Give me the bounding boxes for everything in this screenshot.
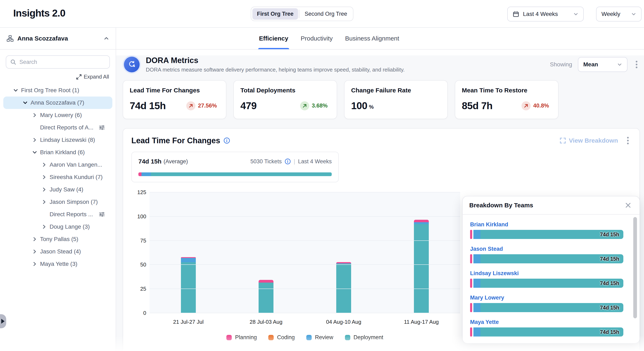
trend-up-icon — [522, 101, 530, 110]
tree-item-jason-simpson-7[interactable]: Jason Simpson (7) — [0, 196, 116, 208]
y-tick-label: 0 — [131, 310, 146, 316]
average-phase-bar — [138, 172, 332, 176]
tree-item-sireesha-kunduri-7[interactable]: Sireesha Kunduri (7) — [0, 171, 116, 183]
team-row-jason-stead: Jason Stead74d 15h — [470, 245, 632, 263]
info-icon[interactable] — [224, 137, 230, 144]
aggregation-select[interactable]: Mean — [578, 57, 628, 72]
filter-icon[interactable] — [99, 124, 105, 131]
tree-item-judy-saw-4[interactable]: Judy Saw (4) — [0, 183, 116, 196]
legend-item-review: Review — [306, 334, 333, 341]
team-name-link[interactable]: Mary Lowery — [470, 294, 504, 301]
team-row-lindsay-liszewski: Lindsay Liszewski74d 15h — [470, 269, 632, 288]
tree-item-doug-lange-3[interactable]: Doug Lange (3) — [0, 221, 116, 233]
tree-item-anna-scozzafava-7[interactable]: Anna Scozzafava (7) — [0, 97, 116, 109]
expand-all-button[interactable]: Expand All — [6, 74, 109, 80]
granularity-select[interactable]: Weekly — [596, 7, 642, 22]
bar-group — [382, 192, 460, 313]
date-range-select[interactable]: Last 4 Weeks — [507, 7, 584, 22]
legend-label: Review — [315, 334, 333, 341]
team-bar-review — [474, 254, 480, 263]
close-icon[interactable] — [623, 200, 633, 210]
y-tick-label: 75 — [131, 237, 146, 244]
org-tree-toggle: First Org TreeSecond Org Tree — [251, 7, 354, 21]
bar-segment-planning — [258, 280, 274, 283]
dora-kebab-menu[interactable] — [633, 59, 640, 70]
chevron-right-icon[interactable] — [32, 113, 38, 118]
chevron-right-icon[interactable] — [32, 249, 38, 254]
average-range: Last 4 Weeks — [298, 158, 332, 165]
lead-time-kebab-menu[interactable] — [624, 135, 631, 146]
chevron-right-icon[interactable] — [41, 224, 48, 229]
legend-swatch — [306, 335, 312, 340]
tree-item-brian-kirkland-6[interactable]: Brian Kirkland (6) — [0, 146, 116, 159]
tree-item-aaron-van-langen[interactable]: Aaron Van Langen... — [0, 159, 116, 171]
filter-icon[interactable] — [99, 211, 105, 217]
tab-efficiency[interactable]: Efficiency — [258, 28, 289, 49]
breakdown-teams-list: Brian Kirkland74d 15hJason Stead74d 15hL… — [463, 215, 640, 336]
tree-item-label: Jason Simpson (7) — [50, 199, 98, 205]
metric-card-value-row: 100% — [351, 100, 441, 111]
tree-item-direct-reports-of-a[interactable]: Direct Reports of A... — [0, 121, 116, 134]
tab-productivity[interactable]: Productivity — [300, 28, 334, 49]
tree-item-mary-lowery-6[interactable]: Mary Lowery (6) — [0, 109, 116, 121]
tree-item-lindsay-liszewski-8[interactable]: Lindsay Liszewski (8) — [0, 134, 116, 146]
breakdown-panel-header: Breakdown By Teams — [463, 196, 640, 215]
arrow-right-icon — [1, 319, 4, 324]
dora-cycle-icon — [123, 55, 141, 74]
chevron-down-icon[interactable] — [13, 87, 18, 94]
search-input[interactable] — [20, 59, 105, 65]
legend-label: Planning — [235, 334, 257, 341]
chevron-right-icon[interactable] — [41, 175, 48, 180]
content: DORA Metrics DORA metrics measure softwa… — [116, 55, 644, 351]
trend-up-icon — [186, 101, 196, 110]
tree-item-maya-yette-3[interactable]: Maya Yette (3) — [0, 258, 116, 270]
org-tree-toggle-first[interactable]: First Org Tree — [252, 8, 298, 20]
chevron-right-icon[interactable] — [32, 237, 38, 242]
chevron-right-icon[interactable] — [41, 162, 48, 167]
team-bar-review — [474, 327, 480, 336]
metric-card-title: Total Deployments — [240, 87, 330, 94]
tree-item-first-org-tree-root-1[interactable]: First Org Tree Root (1) — [0, 84, 116, 97]
tree-item-label: Brian Kirkland (6) — [40, 149, 85, 156]
x-tick-label: 21 Jul-27 Jul — [150, 319, 227, 325]
expand-corners-icon — [560, 137, 566, 144]
team-name-link[interactable]: Brian Kirkland — [470, 221, 508, 228]
team-bar-review — [474, 303, 480, 312]
y-tick-label: 125 — [131, 189, 146, 196]
chevron-right-icon[interactable] — [41, 187, 48, 192]
chevron-right-icon[interactable] — [41, 199, 48, 204]
tree-item-jason-stead-4[interactable]: Jason Stead (4) — [0, 245, 116, 258]
avg-segment-planning — [138, 172, 142, 176]
chevron-right-icon[interactable] — [32, 137, 38, 142]
sidebar-collapse-button[interactable] — [104, 36, 109, 41]
avg-segment-review — [142, 172, 151, 176]
x-axis-labels: 21 Jul-27 Jul28 Jul-03 Aug04 Aug-10 Aug1… — [150, 319, 460, 325]
team-name-link[interactable]: Jason Stead — [470, 246, 503, 252]
chevron-down-icon[interactable] — [23, 99, 28, 106]
plot-area: 0255075100125 — [150, 192, 460, 313]
tab-business-alignment[interactable]: Business Alignment — [344, 28, 400, 49]
view-breakdown-button[interactable]: View Breakdown — [560, 137, 618, 144]
panel-scrollbar-thumb[interactable] — [633, 217, 637, 318]
metric-cards-row: Lead Time For Changes74d 15h27.56%Total … — [123, 80, 640, 119]
metric-card-delta-value: 3.68% — [312, 103, 328, 109]
chevron-right-icon[interactable] — [32, 261, 38, 266]
team-bar-value: 74d 15h — [600, 327, 619, 336]
tree-item-label: Aaron Van Langen... — [50, 161, 102, 168]
info-icon[interactable] — [284, 158, 291, 165]
metric-card-value-row: 85d 7h40.8% — [462, 100, 552, 111]
team-name-link[interactable]: Lindsay Liszewski — [470, 270, 519, 277]
sidebar-header: Anna Scozzafava — [0, 28, 116, 50]
team-row-mary-lowery: Mary Lowery74d 15h — [470, 293, 632, 312]
gridline — [150, 192, 460, 192]
avg-segment-deployment — [151, 172, 332, 176]
sidebar-expand-handle[interactable] — [0, 314, 6, 328]
org-tree-toggle-second[interactable]: Second Org Tree — [300, 8, 352, 20]
team-lead-time-bar: 74d 15h — [470, 230, 623, 239]
search-icon — [10, 59, 16, 65]
metric-card-mean-time-to-restore: Mean Time To Restore85d 7h40.8% — [455, 80, 558, 119]
chevron-down-icon[interactable] — [32, 149, 37, 156]
tree-item-tony-pallas-5[interactable]: Tony Pallas (5) — [0, 233, 116, 245]
team-name-link[interactable]: Maya Yette — [470, 319, 499, 325]
tree-item-direct-reports[interactable]: Direct Reports ... — [0, 208, 116, 221]
